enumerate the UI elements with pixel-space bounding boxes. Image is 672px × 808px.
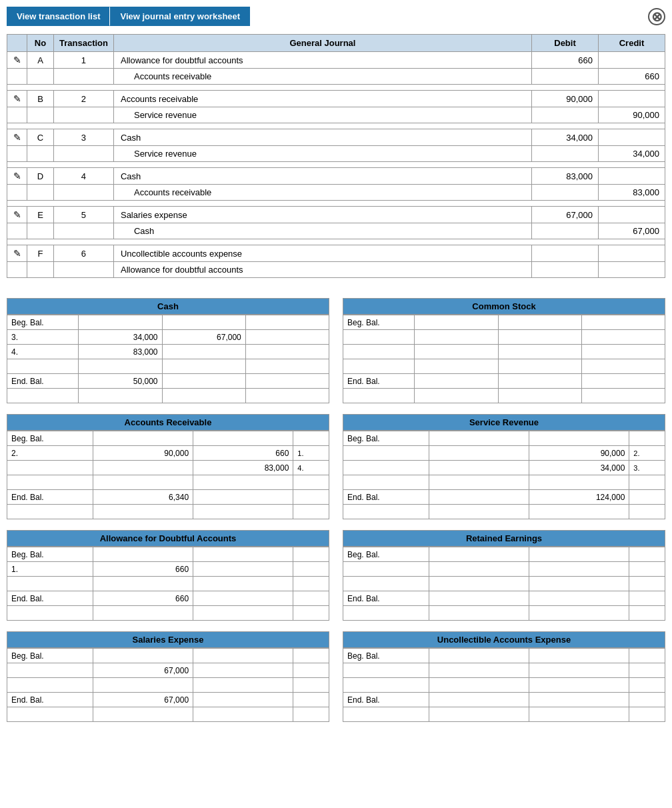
ref: [293, 577, 329, 591]
amount-cr2: [245, 374, 329, 389]
credit-cell: [599, 52, 665, 69]
amount-cr: [193, 490, 293, 505]
amount-cr: [498, 345, 581, 359]
label: [7, 389, 79, 403]
spacer-row: [7, 201, 665, 207]
amount-dr: [429, 577, 529, 591]
amount-cr2: [581, 389, 665, 403]
table-row: 1. 660: [7, 562, 329, 577]
ref: [293, 475, 329, 490]
label: End. Bal.: [343, 591, 429, 606]
view-transaction-list-button[interactable]: View transaction list: [7, 7, 110, 26]
label: End. Bal.: [7, 374, 79, 389]
ref: [629, 505, 665, 519]
amount-dr: [93, 505, 193, 519]
amount-cr: [193, 431, 293, 446]
table-row: [7, 577, 329, 591]
label: 3.: [7, 330, 79, 345]
credit-cell: 67,000: [599, 223, 665, 239]
label: [7, 678, 93, 693]
table-row: End. Bal. 50,000: [7, 374, 329, 389]
col-debit: Debit: [532, 35, 599, 52]
amount-cr2: [245, 315, 329, 330]
ref: 1.: [293, 446, 329, 461]
amount-dr: 83,000: [79, 345, 162, 359]
amount-cr: [162, 315, 245, 330]
amount-dr: [415, 389, 498, 403]
edit-pencil-icon[interactable]: ✎: [13, 55, 21, 65]
edit-pencil-icon[interactable]: ✎: [13, 248, 21, 259]
ref: [629, 547, 665, 562]
table-row: ✎A1Allowance for doubtful accounts660: [7, 52, 665, 69]
edit-icon-cell: [7, 146, 27, 162]
close-icon[interactable]: ⊗: [648, 8, 665, 25]
table-row: End. Bal. 67,000: [7, 693, 329, 707]
debit-cell: 67,000: [532, 207, 599, 223]
label: 4.: [7, 345, 79, 359]
amount-cr: 660: [193, 446, 293, 461]
edit-icon-cell: [7, 262, 27, 278]
retained-earnings-table: Beg. Bal. End. Bal.: [343, 547, 665, 621]
label: 1.: [7, 562, 93, 577]
trans-cell: [54, 262, 114, 278]
table-row: ✎C3Cash34,000: [7, 129, 665, 146]
edit-pencil-icon[interactable]: ✎: [13, 171, 21, 181]
gj-cell: Cash: [113, 168, 531, 185]
amount-cr: [498, 389, 581, 403]
no-cell: [27, 223, 54, 239]
amount-cr: [529, 562, 629, 577]
credit-cell: [599, 129, 665, 146]
credit-cell: [599, 168, 665, 185]
debit-cell: 83,000: [532, 168, 599, 185]
table-row: 90,000 2.: [343, 446, 665, 461]
edit-pencil-icon[interactable]: ✎: [13, 93, 21, 104]
journal-table: No Transaction General Journal Debit Cre…: [7, 34, 665, 278]
no-cell: [27, 69, 54, 85]
table-row: Cash67,000: [7, 223, 665, 239]
trans-cell: 2: [54, 91, 114, 107]
spacer-row: [7, 85, 665, 91]
ref: [293, 505, 329, 519]
t-account-accounts-receivable: Accounts Receivable Beg. Bal. 2. 90,000 …: [7, 414, 329, 519]
table-row: ✎F6Uncollectible accounts expense: [7, 245, 665, 262]
table-row: ✎D4Cash83,000: [7, 168, 665, 185]
ref: [629, 490, 665, 505]
amount-cr: 83,000: [193, 461, 293, 475]
trans-cell: [54, 185, 114, 201]
no-cell: C: [27, 129, 54, 146]
edit-pencil-icon[interactable]: ✎: [13, 132, 21, 143]
amount-cr: [162, 374, 245, 389]
amount-dr: [415, 330, 498, 345]
gj-cell: Cash: [113, 129, 531, 146]
amount-dr: [429, 663, 529, 678]
label: Beg. Bal.: [343, 315, 415, 330]
view-journal-entry-worksheet-button[interactable]: View journal entry worksheet: [110, 7, 250, 26]
ref: [629, 562, 665, 577]
label: [7, 663, 93, 678]
amount-cr: [529, 649, 629, 663]
amount-cr: [498, 374, 581, 389]
table-row: 67,000: [7, 663, 329, 678]
amount-dr: [79, 359, 162, 374]
label: Beg. Bal.: [7, 649, 93, 663]
amount-dr: 90,000: [93, 446, 193, 461]
gj-cell: Service revenue: [113, 107, 531, 123]
table-row: End. Bal. 124,000: [343, 490, 665, 505]
trans-cell: [54, 146, 114, 162]
label: Beg. Bal.: [7, 547, 93, 562]
table-row: Beg. Bal.: [7, 649, 329, 663]
debit-cell: [532, 69, 599, 85]
table-row: Service revenue90,000: [7, 107, 665, 123]
table-row: End. Bal.: [343, 693, 665, 707]
edit-pencil-icon[interactable]: ✎: [13, 209, 21, 220]
header-bar: View transaction list View journal entry…: [7, 7, 665, 26]
no-cell: E: [27, 207, 54, 223]
label: Beg. Bal.: [343, 547, 429, 562]
amount-cr: [529, 678, 629, 693]
spacer-row: [7, 239, 665, 245]
ref: [293, 547, 329, 562]
table-row: 3. 34,000 67,000: [7, 330, 329, 345]
label: [7, 475, 93, 490]
edit-icon-cell: [7, 69, 27, 85]
ref: 2.: [629, 446, 665, 461]
